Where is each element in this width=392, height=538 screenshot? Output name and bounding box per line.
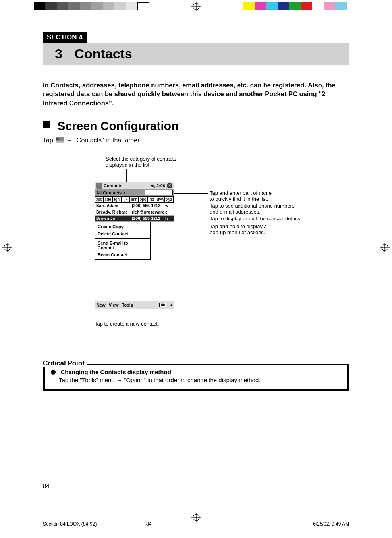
registration-mark-icon [191,2,201,11]
critical-point-box: Changing the Contacts display method Tap… [43,364,349,391]
device-titlebar: Contacts ◀ξ 2:06 ✕ [95,182,174,189]
critical-point-item: Changing the Contacts display method [51,369,341,376]
crop-mark [21,520,21,538]
footer-file: Section 04 LOOX (84-92) [43,521,97,527]
registration-mark-icon [2,243,12,252]
alpha-tab[interactable]: #ab [95,196,104,203]
alpha-tab[interactable]: uvw [156,196,165,203]
contact-type: w [165,203,168,208]
alpha-tab[interactable]: ijk [121,196,130,203]
start-menu-icon[interactable] [96,183,102,189]
alpha-tab[interactable]: fgh [112,196,121,203]
crop-mark [371,0,371,18]
crop-mark [371,520,371,538]
contact-phone: (206) 555-1212 [132,203,164,208]
annotated-figure: Select the category of contacts displaye… [43,156,349,331]
round-bullet-icon [51,370,56,375]
chapter-title: Contacts [74,46,132,61]
tap-pre: Tap [43,137,55,144]
contact-phone: (206) 555-1212 [132,216,164,221]
critical-point-section: Critical Point Changing the Contacts dis… [43,355,349,391]
contact-phone: rich@proseware.... [132,210,164,214]
contact-name: Barr, Adam [96,203,131,208]
footer-page: 84 [146,521,151,527]
annotation-new-contact: Tap to create a new contact. [95,321,159,327]
square-bullet-icon [43,121,50,128]
annotation-category: Select the category of contacts displaye… [106,156,197,168]
contact-row-selected[interactable]: Brown Jo (206) 555-1212 h [95,216,174,222]
colorbar-right [243,2,358,10]
critical-point-title: Changing the Contacts display method [60,369,171,375]
tap-post: → "Contacts" in that order. [66,137,141,144]
section-heading-text: Screen Configuration [57,119,178,132]
registration-mark-icon [380,243,390,252]
annotation-popup: Tap and hold to display a pop-up menu of… [210,223,267,236]
category-dropdown[interactable]: All Contacts [95,190,126,195]
menu-create-copy[interactable]: Create Copy [95,223,150,230]
device-screenshot: Contacts ◀ξ 2:06 ✕ All Contacts #ab cde … [95,182,174,309]
contact-name: Bready, Richard [96,210,131,214]
section-label: SECTION 4 [43,32,87,43]
footer-slug: Section 04 LOOX (84-92) 84 6/25/02, 9:49… [43,521,349,527]
annotation-leader-line [101,309,101,320]
speaker-icon[interactable]: ◀ξ [150,183,155,188]
contact-row[interactable]: Bready, Richard rich@proseware.... e [95,209,174,216]
critical-point-label: Critical Point [43,359,87,367]
menu-view[interactable]: View [109,303,119,307]
clock-time: 2:06 [156,183,165,188]
annotation-leader-line [174,218,208,218]
crop-mark [368,21,392,21]
chapter-number: 3 [55,46,62,61]
registration-mark-icon [191,513,201,522]
annotation-edit-contact: Tap to display or edit the contact detai… [210,216,301,222]
intro-paragraph: In Contacts, addresses, telephone number… [43,81,349,107]
menu-tools[interactable]: Tools [122,303,133,307]
contact-row[interactable]: Barr, Adam (206) 555-1212 w [95,203,174,209]
start-flag-icon [56,137,64,143]
annotation-leader-line [174,206,208,206]
footer-datetime: 6/25/02, 9:49 AM [313,521,349,527]
context-menu: Create Copy Delete Contact Send E-mail t… [95,222,151,260]
critical-point-body: Tap the "Tools" menu → "Option" in that … [59,377,341,383]
alpha-tab[interactable]: xyz [165,196,174,203]
alpha-tab[interactable]: lmn [130,196,139,203]
device-menubar: New View Tools ⌨ ▴ [95,301,174,309]
alpha-tab[interactable]: cde [104,196,112,203]
page-content: SECTION 4 3 Contacts In Contacts, addres… [43,32,349,505]
annotation-search: Tap and enter part of name to quickly fi… [210,190,272,202]
annotation-more-numbers: Tap to see additional phone numbers and … [210,203,294,215]
alpha-tab[interactable]: rst [147,196,156,203]
alpha-tab[interactable]: opq [139,196,147,203]
contact-type: h [165,216,168,221]
close-icon[interactable]: ✕ [167,183,172,188]
chapter-heading: 3 Contacts [43,43,349,65]
filter-bar: All Contacts [95,189,174,196]
tap-instruction: Tap → "Contacts" in that order. [43,137,349,144]
keyboard-icon[interactable]: ⌨ [159,303,166,307]
find-input[interactable] [145,190,173,195]
screen-configuration-heading: Screen Configuration [43,119,349,133]
menu-send-email[interactable]: Send E-mail to Contact... [95,239,150,251]
contact-type: e [165,210,168,214]
menu-new[interactable]: New [97,303,106,307]
page-number: 84 [43,482,50,489]
annotation-leader-line [152,227,208,227]
app-title: Contacts [104,183,122,188]
contact-name: Brown Jo [96,216,131,221]
alpha-tabs: #ab cde fgh ijk lmn opq rst uvw xyz [95,196,174,203]
menu-delete-contact[interactable]: Delete Contact [95,230,150,237]
crop-mark [21,0,21,18]
colorbar-left [34,2,149,10]
menu-separator [95,238,150,239]
crop-mark [0,21,24,21]
annotation-leader-line [174,193,208,194]
menu-beam-contact[interactable]: Beam Contact... [95,251,150,258]
sip-up-icon[interactable]: ▴ [170,303,172,307]
footer-rule [40,519,352,519]
